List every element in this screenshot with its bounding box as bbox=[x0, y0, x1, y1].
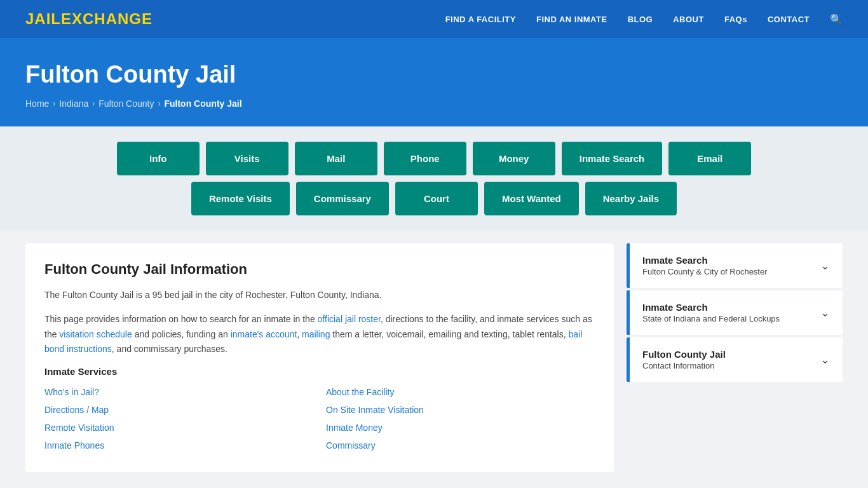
para2-m3: , bbox=[297, 329, 302, 339]
breadcrumb-home[interactable]: Home bbox=[25, 98, 49, 109]
link-commissary[interactable]: Commissary bbox=[326, 437, 595, 454]
link-jail-roster[interactable]: official jail roster bbox=[318, 314, 381, 324]
navbar: JAILEXCHANGE FIND A FACILITY FIND AN INM… bbox=[0, 0, 868, 38]
link-visitation-schedule[interactable]: visitation schedule bbox=[59, 329, 132, 339]
para2-start: This page provides information on how to… bbox=[44, 314, 318, 324]
tab-info[interactable]: Info bbox=[117, 142, 200, 175]
tab-court[interactable]: Court bbox=[395, 182, 478, 215]
left-panel: Fulton County Jail Information The Fulto… bbox=[25, 243, 614, 472]
hero-section: Fulton County Jail Home › Indiana › Fult… bbox=[0, 38, 868, 126]
services-heading: Inmate Services bbox=[44, 366, 595, 377]
tabs-section: Info Visits Mail Phone Money Inmate Sear… bbox=[0, 126, 868, 231]
main-content: Fulton County Jail Information The Fulto… bbox=[0, 231, 868, 488]
tab-money[interactable]: Money bbox=[473, 142, 555, 175]
link-whos-in-jail[interactable]: Who's in Jail? bbox=[44, 383, 313, 401]
accordion-header-fulton[interactable]: Inmate Search Fulton County & City of Ro… bbox=[627, 243, 843, 288]
inmate-services: Inmate Services Who's in Jail? Direction… bbox=[44, 366, 595, 454]
accordion-inmate-search-fulton: Inmate Search Fulton County & City of Ro… bbox=[627, 243, 843, 288]
chevron-down-icon-3: ⌄ bbox=[820, 353, 830, 367]
tab-phone[interactable]: Phone bbox=[384, 142, 466, 175]
accordion-title-group-fulton: Inmate Search Fulton County & City of Ro… bbox=[642, 255, 768, 276]
link-inmate-account[interactable]: inmate's account bbox=[231, 329, 297, 339]
para2-m2: and policies, funding an bbox=[132, 329, 231, 339]
services-col-right: About the Facility On Site Inmate Visita… bbox=[326, 383, 595, 454]
link-on-site-visitation[interactable]: On Site Inmate Visitation bbox=[326, 401, 595, 419]
accordion-sub-fulton: Fulton County & City of Rochester bbox=[642, 267, 768, 276]
link-directions[interactable]: Directions / Map bbox=[44, 401, 313, 419]
para2-end: them a letter, voicemail, emailing and t… bbox=[330, 329, 568, 339]
search-icon[interactable]: 🔍 bbox=[830, 13, 843, 25]
page-title: Fulton County Jail bbox=[25, 61, 843, 88]
breadcrumb: Home › Indiana › Fulton County › Fulton … bbox=[25, 98, 843, 109]
intro-para: The Fulton County Jail is a 95 bed jail … bbox=[44, 288, 595, 303]
link-inmate-money[interactable]: Inmate Money bbox=[326, 419, 595, 437]
nav-find-facility[interactable]: FIND A FACILITY bbox=[445, 15, 516, 24]
accordion-title-group-indiana: Inmate Search State of Indiana and Feder… bbox=[642, 302, 780, 323]
nav-find-inmate[interactable]: FIND AN INMATE bbox=[536, 15, 607, 24]
breadcrumb-current: Fulton County Jail bbox=[164, 98, 241, 109]
accordion-sub-contact: Contact Information bbox=[642, 361, 726, 370]
breadcrumb-sep-3: › bbox=[158, 99, 160, 108]
para2-end2: , and commissary purchases. bbox=[112, 344, 227, 354]
logo-jail: JAIL bbox=[25, 10, 61, 27]
services-grid: Who's in Jail? Directions / Map Remote V… bbox=[44, 383, 595, 454]
tab-nearby-jails[interactable]: Nearby Jails bbox=[585, 182, 677, 215]
accordion-header-indiana[interactable]: Inmate Search State of Indiana and Feder… bbox=[627, 290, 843, 335]
site-logo[interactable]: JAILEXCHANGE bbox=[25, 10, 153, 28]
breadcrumb-fulton-county[interactable]: Fulton County bbox=[98, 98, 154, 109]
breadcrumb-sep-1: › bbox=[53, 99, 55, 108]
link-mailing[interactable]: mailing bbox=[302, 329, 330, 339]
tab-visits[interactable]: Visits bbox=[206, 142, 288, 175]
accordion-header-contact[interactable]: Fulton County Jail Contact Information ⌄ bbox=[627, 337, 843, 382]
nav-links: FIND A FACILITY FIND AN INMATE BLOG ABOU… bbox=[445, 13, 843, 25]
info-heading: Fulton County Jail Information bbox=[44, 261, 595, 278]
link-remote-visitation[interactable]: Remote Visitation bbox=[44, 419, 313, 437]
services-para: This page provides information on how to… bbox=[44, 312, 595, 357]
chevron-down-icon: ⌄ bbox=[820, 259, 830, 273]
accordion-title-group-contact: Fulton County Jail Contact Information bbox=[642, 349, 726, 370]
accordion-inmate-search-indiana: Inmate Search State of Indiana and Feder… bbox=[627, 290, 843, 335]
tab-most-wanted[interactable]: Most Wanted bbox=[484, 182, 579, 215]
accordion-title-fulton: Inmate Search bbox=[642, 255, 768, 266]
accordion-sub-indiana: State of Indiana and Federal Lockups bbox=[642, 314, 780, 323]
nav-faqs[interactable]: FAQs bbox=[724, 15, 747, 24]
nav-about[interactable]: ABOUT bbox=[673, 15, 704, 24]
services-col-left: Who's in Jail? Directions / Map Remote V… bbox=[44, 383, 313, 454]
link-about-facility[interactable]: About the Facility bbox=[326, 383, 595, 401]
nav-contact[interactable]: CONTACT bbox=[768, 15, 810, 24]
breadcrumb-sep-2: › bbox=[92, 99, 95, 108]
breadcrumb-indiana[interactable]: Indiana bbox=[59, 98, 88, 109]
right-panel: Inmate Search Fulton County & City of Ro… bbox=[627, 243, 843, 472]
accordion-contact-info: Fulton County Jail Contact Information ⌄ bbox=[627, 337, 843, 382]
tab-commissary[interactable]: Commissary bbox=[296, 182, 389, 215]
tabs-row-1: Info Visits Mail Phone Money Inmate Sear… bbox=[117, 142, 752, 175]
accordion-title-contact: Fulton County Jail bbox=[642, 349, 726, 360]
tabs-row-2: Remote Visits Commissary Court Most Want… bbox=[191, 182, 677, 215]
tab-email[interactable]: Email bbox=[668, 142, 751, 175]
nav-blog[interactable]: BLOG bbox=[628, 15, 653, 24]
accordion-title-indiana: Inmate Search bbox=[642, 302, 780, 313]
tab-mail[interactable]: Mail bbox=[295, 142, 377, 175]
tab-remote-visits[interactable]: Remote Visits bbox=[191, 182, 290, 215]
logo-exchange: EXCHANGE bbox=[61, 10, 153, 27]
chevron-down-icon-2: ⌄ bbox=[820, 306, 830, 320]
tab-inmate-search[interactable]: Inmate Search bbox=[562, 142, 663, 175]
link-inmate-phones[interactable]: Inmate Phones bbox=[44, 437, 313, 454]
